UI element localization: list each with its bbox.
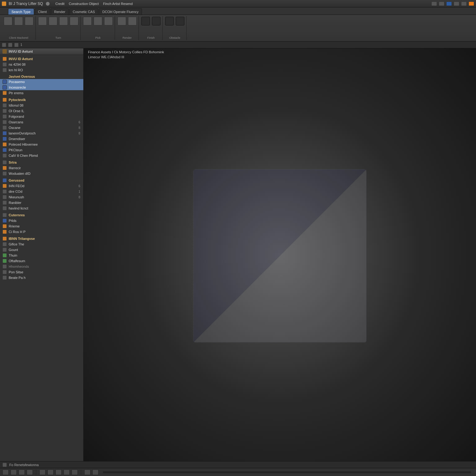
feature-icon xyxy=(2,137,7,141)
tree-item[interactable]: ns 4294 08 xyxy=(0,62,83,67)
timeline-button[interactable] xyxy=(55,469,62,475)
feature-icon xyxy=(2,80,7,84)
tree-item[interactable]: IHN FEOd6 xyxy=(0,183,83,189)
help-icon[interactable] xyxy=(46,2,50,6)
tree-section-header[interactable]: Pytoctevik xyxy=(0,97,83,103)
tree-item[interactable]: Ptr erems xyxy=(0,90,83,96)
timeline-button[interactable] xyxy=(27,469,33,475)
tree-item[interactable]: Hhomheonds xyxy=(0,264,83,269)
sys-button[interactable] xyxy=(439,2,444,6)
timeline-track[interactable] xyxy=(103,471,471,473)
tree-section-header[interactable]: Srtra xyxy=(0,160,83,165)
ribbon-button[interactable] xyxy=(152,17,161,26)
timeline-play-button[interactable] xyxy=(84,469,90,475)
tree-item[interactable]: Osarcans6 xyxy=(0,119,83,125)
timeline-button[interactable] xyxy=(92,469,99,475)
ribbon-button[interactable] xyxy=(25,17,33,26)
tree-item[interactable]: Pocasemo xyxy=(0,79,83,85)
qa-icon[interactable] xyxy=(14,43,19,47)
tree-item[interactable]: haviind licnct xyxy=(0,205,83,211)
tree-item[interactable]: Nkeunush8 xyxy=(0,194,83,200)
tree-item-label: Pon Sitse xyxy=(9,270,23,274)
timeline-button[interactable] xyxy=(39,469,46,475)
ribbon-button[interactable] xyxy=(165,17,174,26)
menu-item[interactable]: Construction Object xyxy=(69,2,99,6)
3d-viewport[interactable]: Finance Assets I Ck Motorcy Collies FD B… xyxy=(84,48,476,461)
tree-item[interactable]: km hl RO xyxy=(0,67,83,73)
tool-icon xyxy=(25,17,33,25)
menu-item[interactable]: Credit xyxy=(55,2,64,6)
tree-item[interactable]: Beate Pa h xyxy=(0,275,83,280)
ribbon-button[interactable] xyxy=(14,17,23,26)
tree-item[interactable]: Oscane8 xyxy=(0,125,83,130)
feature-icon xyxy=(2,201,7,205)
tree-item[interactable]: Woduaten dID xyxy=(0,171,83,176)
sys-button-highlight[interactable] xyxy=(469,2,474,6)
tree-item[interactable]: Folgorand xyxy=(0,114,83,119)
tree-item[interactable]: Pon Sitse xyxy=(0,269,83,275)
tree-item[interactable]: dire COd1 xyxy=(0,189,83,194)
status-icon[interactable] xyxy=(2,463,7,467)
ribbon-tab[interactable]: Cosmetic CAS xyxy=(69,8,99,15)
ribbon-button[interactable] xyxy=(128,17,137,26)
ribbon-tab[interactable]: Search Type xyxy=(8,8,34,15)
timeline-button[interactable] xyxy=(47,469,54,475)
tree-section-header[interactable]: IBNN Trilangvse xyxy=(0,236,83,241)
tree-item-label: Incessrecle xyxy=(9,86,26,89)
tree-section-header[interactable]: Gerussed xyxy=(0,178,83,183)
ribbon-button[interactable] xyxy=(141,17,150,26)
ribbon-button[interactable] xyxy=(70,17,78,26)
ribbon-button[interactable] xyxy=(59,17,68,26)
tree-item[interactable]: Oftalfesum xyxy=(0,258,83,264)
timeline-button[interactable] xyxy=(64,469,70,475)
sys-button[interactable] xyxy=(446,2,452,6)
sys-button[interactable] xyxy=(454,2,459,6)
feature-icon xyxy=(2,57,7,61)
ribbon-button[interactable] xyxy=(83,17,92,26)
tree-item[interactable]: Ranibler xyxy=(0,200,83,205)
qa-icon[interactable] xyxy=(8,43,12,47)
tree-item-label: dire COd xyxy=(9,190,22,193)
timeline-button[interactable] xyxy=(72,469,78,475)
ribbon-button[interactable] xyxy=(117,17,126,26)
tree-section-header[interactable]: Javivet Overous xyxy=(0,74,83,79)
sys-button[interactable] xyxy=(461,2,467,6)
tree-item[interactable]: Rrieme xyxy=(0,223,83,229)
panel-header[interactable]: INVU ID Aetunt xyxy=(0,48,83,55)
tree-section-header[interactable]: Cuternres xyxy=(0,212,83,218)
ribbon-button[interactable] xyxy=(49,17,57,26)
tree-item[interactable]: Gifice The xyxy=(0,241,83,247)
tree-item[interactable]: Idlonul 08 xyxy=(0,103,83,108)
feature-tree-panel[interactable]: INVU ID Aetunt INVU ID Aetuntns 4294 08k… xyxy=(0,48,84,461)
ribbon-button[interactable] xyxy=(176,17,184,26)
ribbon-tab[interactable]: DCOH Operate Fluency xyxy=(99,8,142,15)
tree-item[interactable]: PKCteun xyxy=(0,147,83,153)
ribbon-button[interactable] xyxy=(38,17,47,26)
tree-item[interactable]: Thuin xyxy=(0,253,83,258)
tree-section-header[interactable]: INVU ID Aetunt xyxy=(0,56,83,62)
timeline-button[interactable] xyxy=(19,469,25,475)
tree-item[interactable]: Poteced Hibvernee xyxy=(0,142,83,147)
timeline-button[interactable] xyxy=(11,469,17,475)
tree-item[interactable]: lanennOvrstproch8 xyxy=(0,130,83,136)
sys-button[interactable] xyxy=(431,2,437,6)
tree-item[interactable]: P4ds xyxy=(0,218,83,223)
qa-number: 1 xyxy=(20,43,22,46)
qa-icon[interactable] xyxy=(2,43,6,47)
ribbon-button[interactable] xyxy=(94,17,102,26)
ribbon-button[interactable] xyxy=(4,17,12,26)
tree-item[interactable]: Illarrecir xyxy=(0,165,83,171)
menu-item[interactable]: Finch Artist Resend xyxy=(103,2,133,6)
tree-item[interactable]: Ol Orse IL xyxy=(0,108,83,114)
tree-item[interactable]: Ci Ros H P xyxy=(0,229,83,235)
tree-item[interactable]: Drsendiser xyxy=(0,136,83,142)
tree-item[interactable]: Incessrecle xyxy=(0,85,83,90)
timeline-button[interactable] xyxy=(2,469,9,475)
tree-item[interactable]: Gount xyxy=(0,247,83,253)
tool-icon xyxy=(117,17,126,25)
tree-item[interactable]: CalV 8 Chen Pbmd xyxy=(0,153,83,158)
ribbon-tab[interactable]: Client xyxy=(35,8,50,15)
ribbon-button[interactable] xyxy=(104,17,113,26)
ribbon-tab[interactable]: Render xyxy=(51,8,69,15)
feature-icon xyxy=(2,224,7,228)
